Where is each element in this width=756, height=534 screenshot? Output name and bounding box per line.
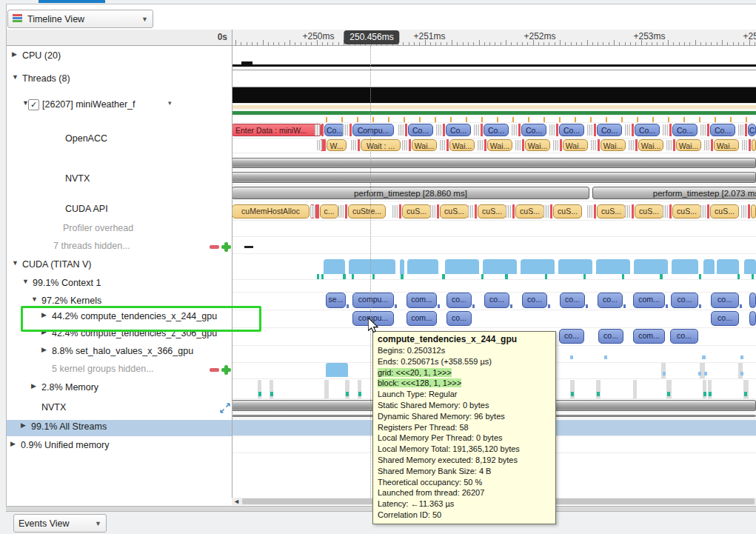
kernel-event[interactable]: co... bbox=[559, 329, 584, 344]
openacc-wait-event[interactable]: Wai... bbox=[676, 139, 701, 151]
openacc-event[interactable]: Co... bbox=[324, 124, 345, 136]
sidebar-row-16[interactable]: NVTX bbox=[7, 401, 232, 415]
chevron-right-icon[interactable]: ▶ bbox=[21, 421, 26, 429]
sidebar-row-3[interactable]: OpenACC bbox=[7, 132, 232, 147]
openacc-event[interactable]: Enter Data : miniW... bbox=[232, 124, 321, 136]
cuda-api-call[interactable]: cuMemHostAlloc bbox=[232, 204, 310, 218]
cuda-api-call[interactable]: cuS... bbox=[402, 204, 431, 218]
openacc-wait-track[interactable]: W...Wait : ...Wai...Wai...Wai...Wai...Wa… bbox=[232, 139, 756, 153]
openacc-wait-event[interactable]: Wai... bbox=[563, 139, 588, 151]
kernel-event[interactable]: co... bbox=[446, 293, 472, 308]
add-filter-icon[interactable] bbox=[221, 365, 231, 375]
expand-row-icon[interactable] bbox=[220, 403, 230, 415]
kernel-event[interactable]: com... bbox=[407, 293, 437, 308]
openacc-state-track[interactable] bbox=[232, 105, 756, 110]
kernel-event[interactable] bbox=[749, 293, 756, 308]
openacc-event[interactable]: C bbox=[748, 124, 756, 136]
kernel-event[interactable]: com... bbox=[633, 329, 665, 344]
threads-track[interactable] bbox=[232, 70, 756, 87]
openacc-event[interactable]: Co... bbox=[635, 124, 660, 136]
kernel-event[interactable] bbox=[749, 311, 756, 326]
thread-checkbox[interactable]: ✓ bbox=[28, 99, 39, 110]
openacc-range-track[interactable]: Enter Data : miniW...Co...Compu...Co...C… bbox=[232, 124, 756, 138]
cuda-api-call[interactable]: cuStre... bbox=[348, 204, 386, 218]
sidebar-row-9[interactable]: ▼99.1% Context 1 bbox=[7, 276, 232, 291]
profiler-overhead-track[interactable] bbox=[232, 222, 756, 237]
openacc-event[interactable]: Co... bbox=[559, 124, 584, 136]
kernel-event[interactable]: com... bbox=[633, 293, 665, 308]
cuda-api-call[interactable]: cuS... bbox=[478, 204, 506, 218]
panel-splitter-vertical[interactable] bbox=[232, 30, 233, 505]
cuda-api-call[interactable]: cuS... bbox=[672, 204, 701, 218]
sidebar-row-4[interactable]: NVTX bbox=[7, 172, 232, 187]
openacc-event[interactable]: Co... bbox=[446, 124, 471, 136]
openacc-event[interactable]: Co... bbox=[484, 124, 509, 136]
cuda-api-call[interactable]: cuS... bbox=[440, 204, 469, 218]
sidebar-row-5[interactable]: CUDA API bbox=[7, 202, 232, 217]
kernel-event[interactable]: com... bbox=[407, 311, 437, 326]
chevron-right-icon[interactable]: ▶ bbox=[10, 440, 16, 447]
nvtx-bar-track-1[interactable] bbox=[232, 158, 756, 170]
kernel-event[interactable]: co... bbox=[670, 329, 698, 344]
nvtx-range-track[interactable]: perform_timestep [28.860 ms]perform_time… bbox=[232, 187, 756, 201]
sidebar-row-15[interactable]: ▶2.8% Memory bbox=[7, 381, 232, 396]
chevron-down-icon[interactable]: ▼ bbox=[31, 296, 38, 303]
openacc-event[interactable]: Co... bbox=[597, 124, 622, 136]
cuda-api-track[interactable]: cuMemHostAllocc...cuStre...cuS...cuS...c… bbox=[232, 204, 756, 221]
hidden-threads-track[interactable] bbox=[232, 239, 756, 254]
kernel-event[interactable]: co... bbox=[598, 329, 623, 344]
openacc-wait-event[interactable] bbox=[752, 139, 756, 151]
cpu-utilization-track[interactable] bbox=[232, 46, 756, 70]
sidebar-row-0[interactable]: ▶CPU (20) bbox=[7, 49, 232, 64]
cuda-api-call[interactable]: cuS... bbox=[635, 204, 663, 218]
openacc-event[interactable]: Co... bbox=[521, 124, 546, 136]
track-decoration[interactable] bbox=[232, 172, 756, 183]
sidebar-row-17[interactable]: ▶99.1% All Streams bbox=[7, 420, 232, 435]
openacc-wait-event[interactable]: W... bbox=[327, 139, 347, 151]
openacc-run-track[interactable] bbox=[232, 111, 756, 116]
sidebar-row-18[interactable]: ▶0.9% Unified memory bbox=[7, 438, 232, 453]
cuda-device-track[interactable] bbox=[232, 256, 756, 280]
thread-state-track[interactable] bbox=[232, 87, 756, 104]
remove-filter-icon[interactable] bbox=[210, 368, 219, 372]
kernel-event[interactable]: se... bbox=[326, 293, 346, 308]
track-decoration[interactable] bbox=[232, 158, 756, 168]
openacc-event[interactable]: Co... bbox=[672, 124, 698, 136]
cuda-api-call[interactable]: cuS... bbox=[597, 204, 626, 218]
openacc-wait-event[interactable]: Wai... bbox=[487, 139, 512, 151]
kernel-event[interactable]: compu... bbox=[352, 293, 394, 308]
openacc-wait-event[interactable]: Wai... bbox=[638, 139, 663, 151]
kernel-event[interactable]: co... bbox=[671, 293, 698, 308]
chevron-right-icon[interactable]: ▶ bbox=[12, 50, 17, 58]
chevron-down-icon[interactable]: ▼ bbox=[12, 73, 19, 81]
cuda-api-call[interactable]: cuS... bbox=[710, 204, 739, 218]
kernel-event[interactable]: co... bbox=[711, 311, 739, 326]
sidebar-row-1[interactable]: ▼Threads (8) bbox=[7, 72, 232, 87]
openacc-wait-event[interactable]: Wai... bbox=[412, 139, 437, 151]
kernel-event[interactable]: co... bbox=[560, 293, 585, 308]
sidebar-row-8[interactable]: ▼CUDA (TITAN V) bbox=[7, 258, 232, 273]
sidebar-row-2[interactable]: ▼✓[26207] miniWeather_f▾ bbox=[7, 98, 232, 113]
sidebar-row-6[interactable]: Profiler overhead bbox=[7, 221, 232, 236]
chevron-down-icon[interactable]: ▼ bbox=[12, 259, 19, 267]
sidebar-row-13[interactable]: ▶8.8% set_halo_values_x_366_gpu bbox=[7, 344, 232, 359]
kernel-x244-track[interactable]: compu...com...co...co... bbox=[232, 311, 756, 328]
kernel-event[interactable]: co... bbox=[522, 293, 547, 308]
openacc-event[interactable]: Co... bbox=[710, 124, 735, 136]
chevron-down-icon[interactable]: ▼ bbox=[22, 278, 29, 285]
timeline-tree[interactable]: ▶CPU (20)▼Threads (8)▼✓[26207] miniWeath… bbox=[7, 46, 232, 498]
sidebar-row-7[interactable]: 7 threads hidden... bbox=[7, 239, 232, 254]
kernels-track[interactable]: se...compu...com...co...co...co...co...c… bbox=[232, 293, 756, 310]
cuda-api-call[interactable] bbox=[751, 204, 756, 218]
kernel-event[interactable]: co... bbox=[484, 293, 509, 308]
cuda-api-call[interactable]: cuS... bbox=[515, 204, 544, 218]
add-filter-icon[interactable] bbox=[221, 242, 231, 252]
openacc-event[interactable]: Compu... bbox=[352, 124, 394, 136]
openacc-wait-event[interactable]: Wai... bbox=[601, 139, 626, 151]
openacc-wait-event[interactable]: Wai... bbox=[714, 139, 739, 151]
chevron-down-icon[interactable]: ▾ bbox=[168, 99, 172, 107]
openacc-wait-event[interactable]: Wai... bbox=[525, 139, 550, 151]
nvtx-range[interactable]: perform_timestep [28.860 ms] bbox=[232, 187, 589, 199]
openacc-event[interactable]: Co... bbox=[408, 124, 433, 136]
openacc-wait-event[interactable]: Wait : ... bbox=[361, 139, 401, 151]
